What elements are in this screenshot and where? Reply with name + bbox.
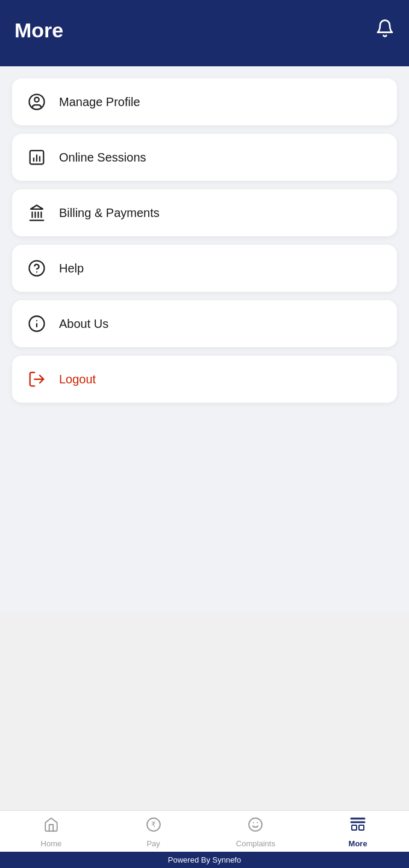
manage-profile-label: Manage Profile <box>59 95 140 109</box>
pay-icon: ₹ <box>146 817 161 837</box>
logout-label: Logout <box>59 373 96 386</box>
online-sessions-item[interactable]: Online Sessions <box>12 134 397 181</box>
person-circle-icon <box>27 92 47 112</box>
nav-complaints-label: Complaints <box>236 839 275 848</box>
bar-chart-box-icon <box>27 147 47 168</box>
svg-text:₹: ₹ <box>151 820 155 829</box>
app-header: More <box>0 0 409 66</box>
svg-rect-26 <box>359 825 364 830</box>
nav-more[interactable]: More <box>307 817 409 848</box>
logout-item[interactable]: Logout <box>12 356 397 403</box>
about-us-item[interactable]: About Us <box>12 300 397 347</box>
help-item[interactable]: Help <box>12 245 397 292</box>
svg-point-1 <box>34 98 39 102</box>
billing-payments-label: Billing & Payments <box>59 206 160 220</box>
billing-payments-item[interactable]: Billing & Payments <box>12 189 397 236</box>
nav-complaints[interactable]: Complaints <box>205 817 307 848</box>
svg-point-20 <box>249 818 263 831</box>
main-content: Manage Profile Online Sessions Bil <box>0 66 409 612</box>
powered-by-footer: Powered By Synnefo <box>0 852 409 868</box>
manage-profile-item[interactable]: Manage Profile <box>12 78 397 125</box>
nav-pay[interactable]: ₹ Pay <box>102 817 205 848</box>
svg-rect-25 <box>352 825 357 830</box>
about-us-label: About Us <box>59 317 108 331</box>
nav-more-label: More <box>349 839 367 848</box>
notification-bell-icon[interactable] <box>375 19 395 42</box>
nav-home-label: Home <box>41 839 62 848</box>
home-icon <box>43 817 59 837</box>
question-circle-icon <box>27 258 47 278</box>
more-icon <box>348 817 368 837</box>
nav-pay-label: Pay <box>146 839 160 848</box>
complaints-icon <box>248 817 263 837</box>
bottom-navigation: Home ₹ Pay Complaints <box>0 810 409 852</box>
logout-icon <box>27 369 47 389</box>
info-circle-icon <box>27 313 47 334</box>
online-sessions-label: Online Sessions <box>59 151 146 165</box>
svg-marker-11 <box>31 206 43 209</box>
svg-point-12 <box>30 261 45 276</box>
bank-icon <box>27 203 47 223</box>
nav-home[interactable]: Home <box>0 817 102 848</box>
page-title: More <box>14 19 63 42</box>
help-label: Help <box>59 262 84 275</box>
powered-by-text: Powered By Synnefo <box>168 855 241 864</box>
